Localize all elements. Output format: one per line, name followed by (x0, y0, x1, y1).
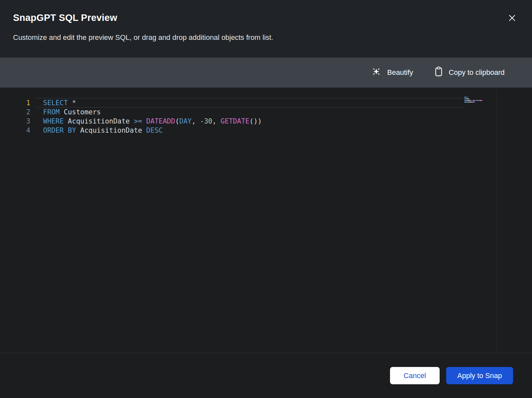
code-line[interactable]: WHERE AcquisitionDate >= DATEADD(DAY, -3… (43, 117, 262, 126)
modal-footer: Cancel Apply to Snap (0, 353, 532, 398)
minimap-line (464, 97, 482, 98)
minimap-line (464, 102, 482, 103)
close-button[interactable] (507, 12, 518, 24)
beautify-button[interactable]: Beautify (370, 66, 413, 79)
sql-preview-modal: SnapGPT SQL Preview Customize and edit t… (0, 0, 532, 398)
sql-editor[interactable]: 1234 SELECT *FROM CustomersWHERE Acquisi… (0, 88, 532, 353)
line-number: 1 (0, 98, 30, 108)
apply-to-snap-button[interactable]: Apply to Snap (446, 367, 513, 384)
code-line[interactable]: SELECT * (43, 98, 262, 108)
code-line[interactable]: FROM Customers (43, 108, 262, 117)
modal-header: SnapGPT SQL Preview Customize and edit t… (0, 0, 532, 58)
copy-to-clipboard-button[interactable]: Copy to clipboard (433, 66, 505, 79)
copy-to-clipboard-label: Copy to clipboard (449, 68, 505, 77)
minimap-line (464, 98, 482, 99)
close-icon (507, 19, 517, 24)
line-number: 2 (0, 108, 30, 117)
code-lines[interactable]: SELECT *FROM CustomersWHERE AcquisitionD… (43, 98, 262, 135)
minimap-line (464, 100, 482, 101)
line-number: 4 (0, 126, 30, 135)
code-line[interactable]: ORDER BY AcquisitionDate DESC (43, 126, 262, 135)
editor-scrollbar[interactable] (496, 88, 497, 353)
cancel-button[interactable]: Cancel (390, 367, 440, 384)
beautify-label: Beautify (387, 68, 413, 77)
page-title: SnapGPT SQL Preview (13, 12, 117, 23)
minimap[interactable] (464, 97, 482, 103)
clipboard-icon (433, 66, 444, 79)
editor-toolbar: Beautify Copy to clipboard (0, 58, 532, 88)
line-number: 3 (0, 117, 30, 126)
modal-subtitle: Customize and edit the preview SQL, or d… (13, 33, 518, 42)
sparkle-icon (370, 66, 382, 79)
gutter: 1234 (0, 98, 30, 135)
